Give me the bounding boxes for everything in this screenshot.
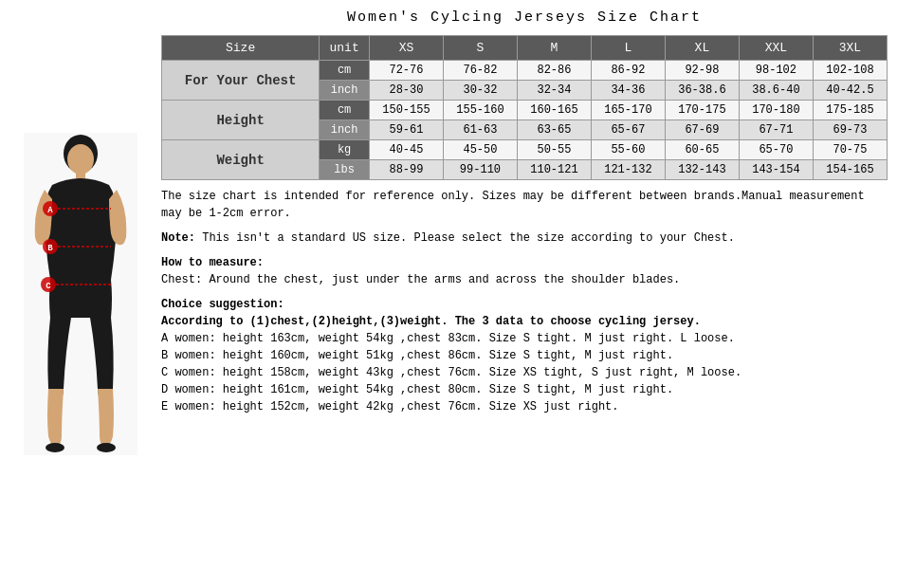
how-to-text: Chest: Around the chest, just under the …	[161, 271, 888, 288]
data-cell: 34-36	[591, 81, 665, 101]
data-cell: 61-63	[443, 120, 517, 140]
data-cell: 55-60	[591, 140, 665, 160]
list-item: C women: height 158cm, weight 43kg ,ches…	[161, 364, 888, 381]
data-cell: 132-143	[665, 160, 739, 180]
how-to-label: How to measure:	[161, 256, 264, 269]
note-text: This isn't a standard US size. Please se…	[195, 231, 735, 245]
col-l: L	[591, 36, 665, 61]
data-cell: 88-99	[369, 160, 443, 180]
disclaimer-text: The size chart is intended for reference…	[161, 188, 888, 222]
data-cell: 38.6-40	[739, 81, 813, 101]
data-cell: 170-175	[665, 101, 739, 120]
col-3xl: 3XL	[813, 36, 887, 61]
data-cell: 65-70	[739, 140, 813, 160]
data-cell: 36-38.6	[665, 81, 739, 101]
svg-text:B: B	[47, 244, 53, 253]
notes-section: The size chart is intended for reference…	[161, 188, 888, 222]
col-unit: unit	[320, 36, 370, 61]
data-cell: 63-65	[517, 120, 591, 140]
data-cell: 65-67	[591, 120, 665, 140]
data-cell: 72-76	[369, 61, 443, 81]
note-line: Note: This isn't a standard US size. Ple…	[161, 230, 888, 247]
data-cell: 150-155	[369, 101, 443, 120]
section-label: Weight	[162, 140, 320, 180]
data-cell: 143-154	[739, 160, 813, 180]
col-size: Size	[162, 36, 320, 61]
unit-cell: inch	[320, 81, 370, 101]
data-cell: 110-121	[517, 160, 591, 180]
col-xl: XL	[665, 36, 739, 61]
choice-label: Choice suggestion:	[161, 298, 284, 311]
data-cell: 165-170	[591, 101, 665, 120]
size-chart-table: Size unit XS S M L XL XXL 3XL For Your C…	[161, 35, 888, 180]
women-list: A women: height 163cm, weight 54kg ,ches…	[161, 330, 888, 415]
unit-cell: cm	[320, 101, 370, 120]
data-cell: 32-34	[517, 81, 591, 101]
unit-cell: kg	[320, 140, 370, 160]
data-cell: 60-65	[665, 140, 739, 160]
svg-point-2	[67, 144, 94, 175]
col-s: S	[443, 36, 517, 61]
list-item: B women: height 160cm, weight 51kg ,ches…	[161, 347, 888, 364]
choice-section: Choice suggestion: According to (1)chest…	[161, 296, 888, 415]
data-cell: 28-30	[369, 81, 443, 101]
data-cell: 50-55	[517, 140, 591, 160]
woman-figure: A B C	[24, 133, 137, 455]
data-cell: 92-98	[665, 61, 739, 81]
content-panel: Women's Cylcing Jerseys Size Chart Size …	[161, 9, 888, 579]
svg-point-7	[97, 443, 116, 452]
list-item: A women: height 163cm, weight 54kg ,ches…	[161, 330, 888, 347]
data-cell: 69-73	[813, 120, 887, 140]
list-item: E women: height 152cm, weight 42kg ,ches…	[161, 398, 888, 415]
data-cell: 67-71	[739, 120, 813, 140]
data-cell: 67-69	[665, 120, 739, 140]
data-cell: 121-132	[591, 160, 665, 180]
unit-cell: cm	[320, 61, 370, 81]
note-label: Note:	[161, 231, 195, 245]
unit-cell: inch	[320, 120, 370, 140]
choice-bold-text: According to (1)chest,(2)height,(3)weigh…	[161, 313, 888, 330]
data-cell: 45-50	[443, 140, 517, 160]
section-label: Height	[162, 101, 320, 140]
col-m: M	[517, 36, 591, 61]
data-cell: 170-180	[739, 101, 813, 120]
data-cell: 70-75	[813, 140, 887, 160]
svg-text:C: C	[46, 282, 51, 291]
data-cell: 175-185	[813, 101, 887, 120]
data-cell: 99-110	[443, 160, 517, 180]
svg-point-6	[46, 443, 64, 452]
page-title: Women's Cylcing Jerseys Size Chart	[161, 9, 888, 26]
data-cell: 98-102	[739, 61, 813, 81]
svg-text:A: A	[47, 206, 53, 215]
data-cell: 102-108	[813, 61, 887, 81]
data-cell: 59-61	[369, 120, 443, 140]
data-cell: 76-82	[443, 61, 517, 81]
image-panel: A B C	[9, 9, 152, 579]
data-cell: 154-165	[813, 160, 887, 180]
how-to-section: How to measure: Chest: Around the chest,…	[161, 254, 888, 288]
data-cell: 86-92	[591, 61, 665, 81]
data-cell: 30-32	[443, 81, 517, 101]
data-cell: 40-45	[369, 140, 443, 160]
data-cell: 82-86	[517, 61, 591, 81]
data-cell: 160-165	[517, 101, 591, 120]
col-xs: XS	[369, 36, 443, 61]
section-label: For Your Chest	[162, 61, 320, 101]
unit-cell: lbs	[320, 160, 370, 180]
col-xxl: XXL	[739, 36, 813, 61]
data-cell: 155-160	[443, 101, 517, 120]
data-cell: 40-42.5	[813, 81, 887, 101]
list-item: D women: height 161cm, weight 54kg ,ches…	[161, 381, 888, 398]
